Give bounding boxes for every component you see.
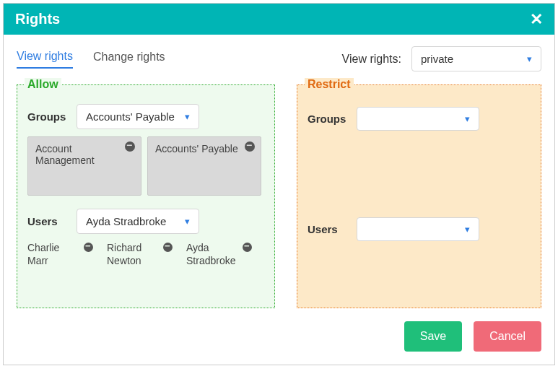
restrict-panel: Restrict Groups ▾ Users ▾ [297, 84, 541, 308]
remove-icon[interactable] [245, 141, 255, 152]
user-chip-label: Richard Newton [107, 241, 159, 267]
group-chip-label: Account Management [35, 143, 95, 166]
dialog-body: View rights Change rights View rights: p… [4, 35, 554, 365]
group-chip: Accounts' Payable [147, 136, 261, 196]
allow-users-label: Users [27, 215, 69, 227]
close-icon[interactable]: ✕ [530, 12, 543, 27]
remove-icon[interactable] [163, 243, 173, 252]
restrict-groups-label: Groups [308, 113, 349, 125]
dialog-footer: Save Cancel [17, 321, 541, 352]
chevron-down-icon: ▾ [465, 224, 470, 235]
remove-icon[interactable] [125, 141, 135, 152]
tab-view-rights[interactable]: View rights [17, 50, 73, 69]
allow-groups-selected: Accounts' Payable [86, 110, 175, 123]
allow-users-row: Users Ayda Stradbroke ▾ [27, 209, 264, 234]
remove-icon[interactable] [84, 243, 93, 252]
cancel-button[interactable]: Cancel [474, 321, 541, 352]
restrict-users-row: Users ▾ [308, 217, 531, 241]
restrict-title: Restrict [305, 78, 354, 91]
user-chip-label: Ayda Stradbroke [186, 241, 238, 267]
columns: Allow Groups Accounts' Payable ▾ Account… [17, 84, 541, 308]
scope-value: private [421, 53, 453, 65]
chevron-down-icon: ▾ [465, 113, 470, 124]
allow-users-dropdown[interactable]: Ayda Stradbroke ▾ [77, 209, 199, 234]
allow-groups-row: Groups Accounts' Payable ▾ [27, 104, 264, 129]
restrict-users-label: Users [308, 223, 349, 235]
restrict-groups-row: Groups ▾ [308, 107, 531, 131]
user-chip: Charlie Marr [27, 241, 105, 267]
allow-users-chips: Charlie Marr Richard Newton Ayda Stradbr… [27, 241, 264, 267]
group-chip: Account Management [27, 136, 141, 196]
user-chip: Richard Newton [107, 241, 185, 267]
user-chip: Ayda Stradbroke [186, 241, 264, 267]
dialog-title: Rights [15, 11, 60, 27]
tabs: View rights Change rights [17, 50, 165, 69]
remove-icon[interactable] [243, 243, 252, 252]
top-row: View rights Change rights View rights: p… [17, 46, 541, 71]
allow-groups-chips: Account Management Accounts' Payable [27, 136, 264, 196]
chevron-down-icon: ▾ [185, 111, 190, 122]
restrict-users-dropdown[interactable]: ▾ [357, 217, 479, 241]
user-chip-label: Charlie Marr [27, 241, 79, 267]
dialog-titlebar: Rights ✕ [4, 4, 554, 35]
scope-dropdown[interactable]: private ▾ [411, 46, 541, 71]
chevron-down-icon: ▾ [185, 216, 190, 227]
allow-title: Allow [25, 78, 61, 91]
tab-change-rights[interactable]: Change rights [93, 51, 165, 68]
allow-users-selected: Ayda Stradbroke [86, 215, 166, 227]
restrict-groups-dropdown[interactable]: ▾ [357, 107, 479, 131]
save-button[interactable]: Save [404, 321, 462, 352]
group-chip-label: Accounts' Payable [155, 143, 238, 154]
scope-label: View rights: [342, 53, 401, 66]
chevron-down-icon: ▾ [527, 53, 532, 64]
allow-panel: Allow Groups Accounts' Payable ▾ Account… [17, 84, 275, 308]
allow-groups-dropdown[interactable]: Accounts' Payable ▾ [77, 104, 199, 129]
allow-groups-label: Groups [27, 110, 69, 123]
rights-dialog: Rights ✕ View rights Change rights View … [3, 3, 555, 365]
